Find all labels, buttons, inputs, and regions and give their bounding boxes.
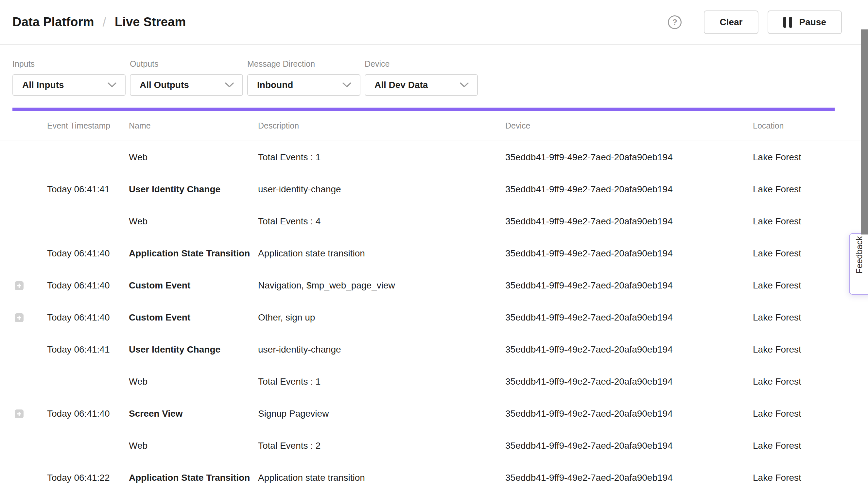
chevron-down-icon bbox=[460, 83, 469, 88]
event-device: 35eddb41-9ff9-49e2-7aed-20afa90eb194 bbox=[505, 441, 753, 451]
table-row[interactable]: Today 06:41:22 Application State Transit… bbox=[0, 462, 868, 486]
event-location: Lake Forest bbox=[753, 408, 868, 419]
column-header-device: Device bbox=[505, 121, 753, 130]
clear-button[interactable]: Clear bbox=[704, 10, 758, 34]
column-header-event-timestamp: Event Timestamp bbox=[47, 121, 129, 130]
table-header-row: Event Timestamp Name Description Device … bbox=[0, 111, 868, 141]
event-description: user-identity-change bbox=[258, 184, 505, 194]
live-stream-accent-bar bbox=[12, 108, 835, 111]
expand-row-button[interactable] bbox=[15, 409, 24, 418]
plus-icon bbox=[17, 412, 21, 416]
table-row[interactable]: Today 06:41:41 User Identity Change user… bbox=[0, 173, 868, 205]
event-location: Lake Forest bbox=[753, 184, 868, 194]
outputs-filter-label: Outputs bbox=[130, 59, 243, 69]
event-device: 35eddb41-9ff9-49e2-7aed-20afa90eb194 bbox=[505, 280, 753, 291]
feedback-tab-label: Feedback bbox=[854, 254, 864, 273]
outputs-filter-select[interactable]: All Outputs bbox=[130, 74, 243, 96]
event-device: 35eddb41-9ff9-49e2-7aed-20afa90eb194 bbox=[505, 248, 753, 259]
table-row[interactable]: Web Total Events : 1 35eddb41-9ff9-49e2-… bbox=[0, 141, 868, 173]
column-header-location: Location bbox=[753, 121, 868, 130]
event-description: Total Events : 2 bbox=[258, 441, 505, 451]
event-name: Screen View bbox=[129, 408, 258, 419]
event-location: Lake Forest bbox=[753, 152, 868, 162]
event-device: 35eddb41-9ff9-49e2-7aed-20afa90eb194 bbox=[505, 216, 753, 226]
event-name: Web bbox=[129, 152, 258, 162]
device-filter-select[interactable]: All Dev Data bbox=[365, 74, 478, 96]
expand-row-button[interactable] bbox=[15, 313, 24, 322]
table-row[interactable]: Today 06:41:40 Custom Event Navigation, … bbox=[0, 270, 868, 302]
expander-cell bbox=[12, 409, 47, 418]
event-location: Lake Forest bbox=[753, 376, 868, 387]
plus-icon bbox=[17, 283, 21, 288]
chevron-down-icon bbox=[107, 83, 117, 88]
expander-cell bbox=[12, 281, 47, 290]
table-row[interactable]: Today 06:41:40 Screen View Signup Pagevi… bbox=[0, 398, 868, 430]
event-description: Total Events : 1 bbox=[258, 376, 505, 387]
top-bar-actions: ? Clear Pause bbox=[668, 10, 842, 34]
breadcrumb: Data Platform / Live Stream bbox=[12, 15, 186, 29]
event-description: user-identity-change bbox=[258, 344, 505, 355]
inputs-filter-label: Inputs bbox=[12, 59, 126, 69]
table-row[interactable]: Today 06:41:40 Application State Transit… bbox=[0, 238, 868, 270]
plus-icon bbox=[17, 315, 21, 320]
event-name: Application State Transition bbox=[129, 473, 258, 483]
breadcrumb-live-stream: Live Stream bbox=[115, 15, 186, 29]
event-device: 35eddb41-9ff9-49e2-7aed-20afa90eb194 bbox=[505, 312, 753, 323]
event-timestamp: Today 06:41:40 bbox=[47, 312, 129, 323]
device-filter: Device All Dev Data bbox=[365, 59, 478, 96]
event-device: 35eddb41-9ff9-49e2-7aed-20afa90eb194 bbox=[505, 344, 753, 355]
column-header-name: Name bbox=[129, 121, 258, 130]
message-direction-filter: Message Direction Inbound bbox=[247, 59, 361, 96]
device-filter-value: All Dev Data bbox=[374, 80, 428, 90]
feedback-tab[interactable]: Feedback bbox=[849, 233, 868, 295]
event-timestamp: Today 06:41:22 bbox=[47, 473, 129, 483]
pause-button[interactable]: Pause bbox=[768, 10, 842, 34]
chevron-down-icon bbox=[225, 83, 234, 88]
expand-row-button[interactable] bbox=[15, 281, 24, 290]
event-name: User Identity Change bbox=[129, 344, 258, 355]
event-description: Application state transition bbox=[258, 473, 505, 483]
table-row[interactable]: Web Total Events : 1 35eddb41-9ff9-49e2-… bbox=[0, 366, 868, 398]
table-row[interactable]: Web Total Events : 2 35eddb41-9ff9-49e2-… bbox=[0, 430, 868, 462]
expander-cell bbox=[12, 313, 47, 322]
event-description: Navigation, $mp_web_page_view bbox=[258, 280, 505, 291]
table-body: Web Total Events : 1 35eddb41-9ff9-49e2-… bbox=[0, 141, 868, 486]
table-row[interactable]: Web Total Events : 4 35eddb41-9ff9-49e2-… bbox=[0, 205, 868, 238]
breadcrumb-separator: / bbox=[103, 15, 106, 29]
event-description: Total Events : 4 bbox=[258, 216, 505, 226]
message-direction-filter-label: Message Direction bbox=[247, 59, 361, 69]
event-device: 35eddb41-9ff9-49e2-7aed-20afa90eb194 bbox=[505, 376, 753, 387]
event-location: Lake Forest bbox=[753, 473, 868, 483]
event-location: Lake Forest bbox=[753, 312, 868, 323]
message-direction-filter-select[interactable]: Inbound bbox=[247, 74, 361, 96]
event-device: 35eddb41-9ff9-49e2-7aed-20afa90eb194 bbox=[505, 473, 753, 483]
help-icon[interactable]: ? bbox=[668, 16, 682, 29]
scrollbar-thumb[interactable] bbox=[861, 29, 868, 235]
inputs-filter-select[interactable]: All Inputs bbox=[12, 74, 126, 96]
event-name: Web bbox=[129, 441, 258, 451]
inputs-filter-value: All Inputs bbox=[22, 80, 64, 90]
event-location: Lake Forest bbox=[753, 441, 868, 451]
inputs-filter: Inputs All Inputs bbox=[12, 59, 126, 96]
outputs-filter: Outputs All Outputs bbox=[130, 59, 243, 96]
column-header-description: Description bbox=[258, 121, 505, 130]
device-filter-label: Device bbox=[365, 59, 478, 69]
top-bar: Data Platform / Live Stream ? Clear Paus… bbox=[0, 0, 868, 45]
table-row[interactable]: Today 06:41:40 Custom Event Other, sign … bbox=[0, 302, 868, 334]
pause-icon bbox=[783, 17, 792, 28]
breadcrumb-data-platform[interactable]: Data Platform bbox=[12, 15, 94, 29]
event-timestamp: Today 06:41:40 bbox=[47, 248, 129, 259]
event-name: Application State Transition bbox=[129, 248, 258, 259]
question-mark-glyph: ? bbox=[673, 18, 677, 27]
table-row[interactable]: Today 06:41:41 User Identity Change user… bbox=[0, 334, 868, 366]
event-timestamp: Today 06:41:41 bbox=[47, 344, 129, 355]
event-device: 35eddb41-9ff9-49e2-7aed-20afa90eb194 bbox=[505, 408, 753, 419]
event-name: Custom Event bbox=[129, 280, 258, 291]
event-timestamp: Today 06:41:40 bbox=[47, 280, 129, 291]
clear-button-label: Clear bbox=[719, 17, 742, 28]
event-device: 35eddb41-9ff9-49e2-7aed-20afa90eb194 bbox=[505, 152, 753, 162]
event-description: Total Events : 1 bbox=[258, 152, 505, 162]
event-device: 35eddb41-9ff9-49e2-7aed-20afa90eb194 bbox=[505, 184, 753, 194]
event-name: Custom Event bbox=[129, 312, 258, 323]
message-direction-filter-value: Inbound bbox=[257, 80, 293, 90]
